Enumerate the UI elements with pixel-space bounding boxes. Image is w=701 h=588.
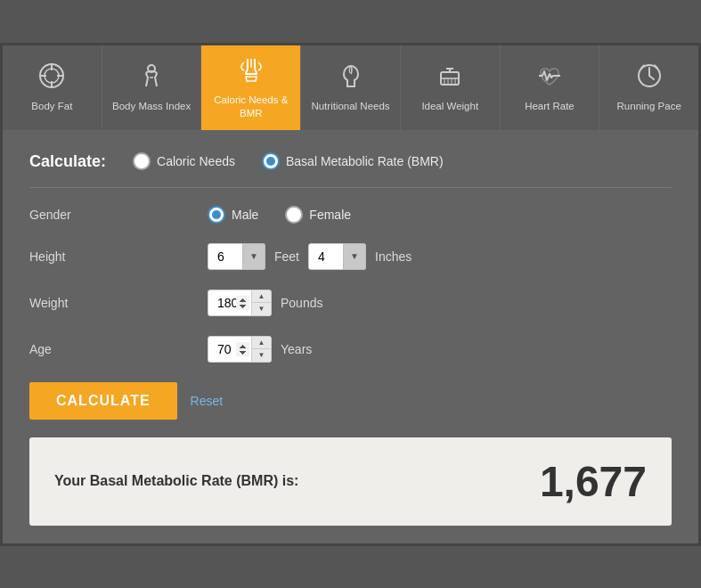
nav-tabs: Body Fat Body Mass Index [3,45,698,130]
height-label: Height [29,249,208,264]
gender-label: Gender [29,208,208,222]
calculate-row: Calculate: Caloric Needs Basal Metabolic… [29,152,672,171]
svg-point-1 [45,69,59,83]
running-pace-icon [635,61,664,94]
radio-bmr-circle [262,152,280,170]
tab-running-pace-label: Running Pace [617,100,681,113]
tab-ideal-weight[interactable]: Ideal Weight [401,45,501,130]
content-area: Calculate: Caloric Needs Basal Metabolic… [3,130,698,543]
tab-heart-rate-label: Heart Rate [525,100,575,113]
age-increment[interactable]: ▲ [252,337,271,350]
age-spinner: ▲ ▼ [251,337,271,362]
weight-unit: Pounds [281,296,322,310]
age-unit: Years [281,342,312,356]
gender-male-circle [208,206,225,224]
height-inches-select-wrap: 0 1 2 3 4 5 6 7 8 9 10 11 ▼ [308,243,366,270]
form-row-age: Age ▲ ▼ Years [29,336,672,363]
divider [29,187,672,188]
weight-controls: ▲ ▼ Pounds [208,290,322,316]
gender-male-label: Male [232,208,258,222]
result-value: 1,677 [540,457,647,506]
height-feet-select[interactable]: 4 5 6 7 [208,243,265,270]
nutritional-needs-icon [337,61,365,94]
form-row-gender: Gender Male Female [29,206,672,224]
tab-nutritional-needs-label: Nutritional Needs [311,100,389,113]
tab-bmi[interactable]: Body Mass Index [102,45,202,130]
tab-caloric-needs[interactable]: Caloric Needs & BMR [201,45,301,130]
radio-caloric-needs-label: Caloric Needs [157,154,235,168]
form-row-height: Height 4 5 6 7 ▼ Feet 0 1 2 [29,243,672,270]
app-container: Body Fat Body Mass Index [0,43,701,546]
calculate-button[interactable]: CALCULATE [29,382,177,420]
tab-heart-rate[interactable]: Heart Rate [501,45,600,130]
tab-running-pace[interactable]: Running Pace [599,45,698,130]
age-label: Age [29,342,208,356]
radio-caloric-needs[interactable]: Caloric Needs [133,152,235,170]
height-feet-select-wrap: 4 5 6 7 ▼ [208,243,265,270]
weight-input-wrap: ▲ ▼ [208,290,272,316]
radio-bmr-label: Basal Metabolic Rate (BMR) [286,154,444,168]
heart-rate-icon [535,61,564,94]
weight-increment[interactable]: ▲ [252,290,271,304]
gender-controls: Male Female [208,206,351,224]
result-box: Your Basal Metabolic Rate (BMR) is: 1,67… [29,437,672,526]
radio-bmr[interactable]: Basal Metabolic Rate (BMR) [262,152,444,170]
weight-spinner: ▲ ▼ [251,290,271,315]
age-controls: ▲ ▼ Years [208,336,312,363]
bmi-icon [137,61,166,94]
height-inches-select[interactable]: 0 1 2 3 4 5 6 7 8 9 10 11 [308,243,366,270]
gender-female-label: Female [309,208,351,222]
result-text: Your Basal Metabolic Rate (BMR) is: [54,473,298,489]
form-row-weight: Weight ▲ ▼ Pounds [29,290,672,316]
age-input-wrap: ▲ ▼ [208,336,272,363]
tab-body-fat-label: Body Fat [31,100,72,113]
caloric-needs-icon [237,55,265,88]
tab-ideal-weight-label: Ideal Weight [421,100,478,113]
gender-female-circle [285,206,303,224]
tab-nutritional-needs[interactable]: Nutritional Needs [301,45,401,130]
reset-button[interactable]: Reset [191,394,224,408]
height-controls: 4 5 6 7 ▼ Feet 0 1 2 3 4 5 [208,243,412,270]
height-inches-unit: Inches [375,249,412,264]
weight-label: Weight [29,296,208,310]
body-fat-icon [37,61,66,94]
gender-female[interactable]: Female [285,206,351,224]
height-feet-unit: Feet [274,249,299,264]
gender-male[interactable]: Male [208,206,258,224]
tab-body-fat[interactable]: Body Fat [3,45,102,130]
radio-caloric-needs-circle [133,152,151,170]
calculate-label: Calculate: [29,152,106,171]
tab-bmi-label: Body Mass Index [112,100,191,113]
weight-decrement[interactable]: ▼ [252,303,271,315]
buttons-row: CALCULATE Reset [29,382,672,420]
tab-caloric-needs-label: Caloric Needs & BMR [206,94,296,120]
ideal-weight-icon [436,61,464,94]
age-decrement[interactable]: ▼ [252,349,271,362]
